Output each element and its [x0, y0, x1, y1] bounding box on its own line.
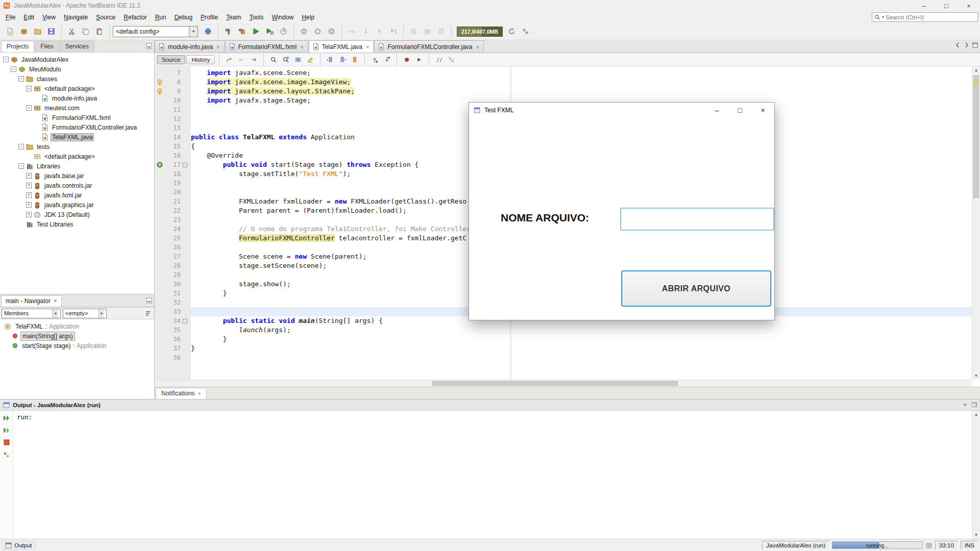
close-icon[interactable]: ×: [300, 44, 303, 50]
scroll-left-icon[interactable]: [955, 42, 961, 48]
replace-button[interactable]: [280, 54, 291, 65]
stop-run-button[interactable]: [2, 438, 11, 447]
collapse-toggle-icon[interactable]: −: [18, 76, 24, 82]
close-icon[interactable]: ×: [216, 44, 219, 50]
menu-file[interactable]: File: [2, 12, 19, 22]
tree-item[interactable]: +javafx.base.jar: [0, 171, 154, 181]
maximize-button[interactable]: □: [728, 103, 751, 118]
collapse-toggle-icon[interactable]: −: [26, 105, 32, 111]
menu-profile[interactable]: Profile: [197, 12, 222, 22]
stop-button[interactable]: [311, 24, 325, 38]
build-button[interactable]: [222, 24, 235, 38]
progress-bar[interactable]: running...: [832, 541, 923, 549]
filter-select[interactable]: <empty> ▾: [63, 309, 107, 318]
collapse-toggle-icon[interactable]: −: [26, 86, 32, 91]
tree-item[interactable]: −tests: [0, 142, 154, 152]
menu-refactor[interactable]: Refactor: [119, 12, 151, 22]
tree-item[interactable]: −JavaModularAlex: [0, 55, 154, 64]
tree-item[interactable]: <default package>: [0, 152, 154, 161]
code-line[interactable]: import javafx.scene.image.ImageView;: [191, 78, 972, 87]
nome-arquivo-input[interactable]: [620, 208, 774, 231]
expand-toggle-icon[interactable]: +: [26, 192, 32, 198]
warning-bulb-icon[interactable]: [157, 79, 163, 86]
collapse-toggle-icon[interactable]: −: [18, 163, 24, 169]
members-view-select[interactable]: Members ▾: [2, 309, 61, 318]
menu-navigate[interactable]: Navigate: [60, 12, 92, 22]
output-console[interactable]: run:: [13, 411, 972, 539]
heap-walker-button[interactable]: [434, 24, 448, 38]
close-button[interactable]: ×: [751, 103, 774, 118]
rerun-debug-button[interactable]: [2, 425, 11, 435]
editor-tab-telafxml-java[interactable]: TelaFXML.java×: [309, 40, 374, 53]
paste-button[interactable]: [92, 24, 106, 38]
tab-navigator[interactable]: main - Navigator ×: [1, 295, 62, 307]
profile-points-button[interactable]: [519, 24, 532, 38]
maximize-panel-icon[interactable]: [972, 42, 978, 48]
code-line[interactable]: import javafx.scene.Scene;: [191, 68, 972, 78]
tree-item[interactable]: −classes: [0, 74, 154, 84]
run-macro-button[interactable]: [413, 54, 425, 65]
browser-button[interactable]: [201, 24, 215, 38]
scroll-right-icon[interactable]: [964, 42, 969, 48]
scroll-down-icon[interactable]: ▼: [972, 531, 980, 539]
editor-tab-module-info-java[interactable]: module-info.java×: [155, 40, 225, 53]
menu-source[interactable]: Source: [92, 12, 119, 22]
toggle-bookmark-button[interactable]: [349, 54, 360, 65]
gc-button[interactable]: [505, 24, 519, 38]
scroll-down-icon[interactable]: ▼: [972, 372, 980, 380]
expand-toggle-icon[interactable]: +: [26, 212, 32, 217]
collapse-toggle-icon[interactable]: −: [11, 66, 16, 72]
tab-files[interactable]: Files: [35, 41, 59, 52]
tab-notifications[interactable]: Notifications ×: [156, 388, 207, 399]
rerun-button[interactable]: [2, 413, 11, 422]
maximize-button[interactable]: □: [935, 0, 958, 11]
scroll-up-icon[interactable]: ▲: [972, 411, 980, 418]
close-icon[interactable]: ×: [198, 390, 201, 396]
source-view-button[interactable]: Source: [157, 55, 185, 64]
tree-item[interactable]: Test Libraries: [0, 219, 154, 229]
close-icon[interactable]: ×: [366, 44, 369, 50]
tree-item[interactable]: FormularioFXML.fxml: [0, 113, 154, 122]
new-project-button[interactable]: [17, 24, 31, 38]
open-project-button[interactable]: [31, 24, 44, 38]
search-input[interactable]: [886, 14, 975, 20]
minimize-button[interactable]: –: [913, 0, 935, 11]
fold-toggle-icon[interactable]: −: [183, 163, 187, 167]
find-selection-button[interactable]: [292, 54, 304, 65]
editor-tab-formulariofxml-fxml[interactable]: FormularioFXML.fxml×: [225, 40, 308, 53]
expand-toggle-icon[interactable]: +: [26, 202, 32, 208]
next-error-button[interactable]: [369, 54, 380, 65]
navigator-item[interactable]: start(Stage stage) ↑ Application: [0, 341, 154, 350]
warning-mark[interactable]: [974, 83, 978, 85]
abrir-arquivo-button[interactable]: ABRIR ARQUIVO: [621, 270, 771, 307]
tree-item[interactable]: −MeuModulo: [0, 64, 154, 74]
close-icon[interactable]: ×: [54, 297, 57, 305]
editor-horizontal-scrollbar[interactable]: [155, 380, 972, 387]
tab-services[interactable]: Services: [60, 41, 94, 52]
menu-edit[interactable]: Edit: [19, 12, 38, 22]
tree-item[interactable]: +javafx.graphics.jar: [0, 200, 154, 210]
run-to-cursor-button[interactable]: [386, 24, 400, 38]
history-view-button[interactable]: History: [186, 55, 215, 64]
running-process-label[interactable]: JavaModularAlex (run): [762, 541, 829, 550]
record-macro-button[interactable]: [401, 54, 412, 65]
sort-icon[interactable]: [145, 310, 152, 317]
previous-error-button[interactable]: [381, 54, 393, 65]
toggle-highlight-button[interactable]: [305, 54, 316, 65]
tab-projects[interactable]: Projects: [1, 41, 34, 52]
close-icon[interactable]: ×: [963, 402, 967, 409]
config-select[interactable]: <default config>: [113, 26, 189, 37]
menu-run[interactable]: Run: [151, 12, 170, 22]
last-edit-button[interactable]: [224, 54, 235, 65]
scrollbar-thumb[interactable]: [973, 76, 979, 198]
output-settings-button[interactable]: [2, 450, 11, 459]
cut-button[interactable]: [65, 24, 79, 38]
override-icon[interactable]: [157, 162, 163, 168]
back-button[interactable]: [236, 54, 247, 65]
process-status-icon[interactable]: [925, 542, 933, 549]
step-out-button[interactable]: [373, 24, 386, 38]
menu-window[interactable]: Window: [267, 12, 298, 22]
warning-mark[interactable]: [974, 80, 978, 81]
menu-help[interactable]: Help: [298, 12, 318, 22]
menu-debug[interactable]: Debug: [170, 12, 197, 22]
